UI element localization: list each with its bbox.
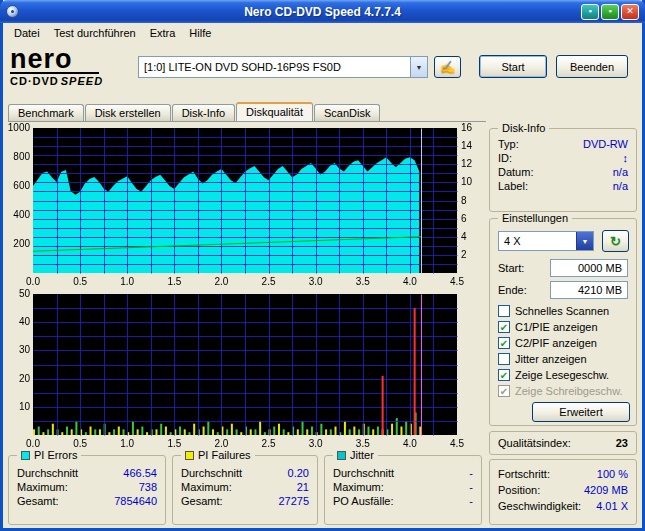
ende-row: Ende: xyxy=(490,281,636,299)
tab-divider xyxy=(8,121,486,122)
refresh-icon: ↻ xyxy=(610,234,621,249)
label-value: n/a xyxy=(613,180,628,192)
stat-value: - xyxy=(469,481,473,493)
checkbox-c2-pif-anzeigen[interactable]: ✔ C2/PIF anzeigen xyxy=(498,335,630,351)
start-button[interactable]: Start xyxy=(479,55,547,78)
checkbox-label: C1/PIE anzeigen xyxy=(515,321,598,333)
chevron-down-icon[interactable]: ▼ xyxy=(410,57,427,77)
drive-select-value: [1:0] LITE-ON DVD SOHD-16P9S FS0D xyxy=(139,61,410,73)
checkbox-label: Zeige Schreibgeschw. xyxy=(515,385,623,397)
checkbox-column: Schnelles Scannen ✔ C1/PIE anzeigen ✔ C2… xyxy=(498,303,630,399)
stat-value: 466.54 xyxy=(123,467,157,479)
ende-field-label: Ende: xyxy=(498,284,527,296)
checkbox-zeige-schreibgeschw: ✔ Zeige Schreibgeschw. xyxy=(498,383,630,399)
menu-hilfe[interactable]: Hilfe xyxy=(182,25,218,41)
tab-disk-erstellen[interactable]: Disk erstellen xyxy=(85,104,171,121)
geschwindigkeit-value: 4.01 X xyxy=(596,500,628,512)
tab-scandisk[interactable]: ScanDisk xyxy=(314,104,380,121)
stat-value: 7854640 xyxy=(114,495,157,507)
checkbox-label: Schnelles Scannen xyxy=(515,305,609,317)
pi-errors-title: PI Errors xyxy=(34,449,77,461)
checkbox-box[interactable]: ✔ xyxy=(498,321,510,333)
geschwindigkeit-row: Geschwindigkeit: 4.01 X xyxy=(490,498,636,514)
stat-label: Durchschnitt xyxy=(333,467,394,479)
tab-bar: Benchmark Disk erstellen Disk-Info Diskq… xyxy=(8,102,381,121)
checkbox-label: Zeige Lesegeschw. xyxy=(515,369,609,381)
id-label: ID: xyxy=(498,152,512,164)
stat-label: Durchschnitt xyxy=(181,467,242,479)
quality-index-box: Qualitätsindex: 23 xyxy=(489,431,637,455)
beenden-button[interactable]: Beenden xyxy=(556,55,628,78)
logo-speed: SPEED xyxy=(61,75,103,87)
pi-failures-chart xyxy=(5,289,481,451)
checkbox-box[interactable]: ✔ xyxy=(498,369,510,381)
pi-errors-color-chip xyxy=(21,451,30,460)
speed-select[interactable]: 4 X ▼ xyxy=(498,231,594,251)
id-value: ↕ xyxy=(623,152,629,164)
stat-value: 27275 xyxy=(278,495,309,507)
ende-field[interactable] xyxy=(550,281,628,299)
checkbox-box[interactable]: ✔ xyxy=(498,337,510,349)
drive-select[interactable]: [1:0] LITE-ON DVD SOHD-16P9S FS0D ▼ xyxy=(138,56,428,78)
window-title: Nero CD-DVD Speed 4.7.7.4 xyxy=(0,5,645,19)
tab-diskqualitaet[interactable]: Diskqualität xyxy=(236,102,313,122)
stat-label: Durchschnitt xyxy=(17,467,78,479)
progress-group: Fortschritt: 100 % Position: 4209 MB Ges… xyxy=(489,459,637,525)
start-row: Start: xyxy=(490,259,636,277)
tab-disk-info[interactable]: Disk-Info xyxy=(172,104,235,121)
jitter-legend: Jitter xyxy=(333,449,378,461)
datum-value: n/a xyxy=(613,166,628,178)
drive-action-button[interactable]: ✍ xyxy=(434,56,461,78)
speed-select-value: 4 X xyxy=(499,235,576,247)
window-button-1[interactable]: ▪ xyxy=(581,4,599,20)
titlebar[interactable]: Nero CD-DVD Speed 4.7.7.4 ▪ ▪ ✕ xyxy=(0,0,645,23)
stat-value: - xyxy=(469,495,473,507)
checkbox-zeige-lesegeschw[interactable]: ✔ Zeige Lesegeschw. xyxy=(498,367,630,383)
position-label: Position: xyxy=(498,484,540,496)
pi-failures-title: PI Failures xyxy=(198,449,251,461)
tab-benchmark[interactable]: Benchmark xyxy=(8,104,84,121)
stat-value: 738 xyxy=(139,481,157,493)
disk-info-row-id: ID: ↕ xyxy=(490,151,636,165)
stat-value: - xyxy=(469,467,473,479)
checkbox-schnelles-scannen[interactable]: Schnelles Scannen xyxy=(498,303,630,319)
hand-icon: ✍ xyxy=(439,60,455,75)
menu-extra[interactable]: Extra xyxy=(143,25,183,41)
checkbox-label: Jitter anzeigen xyxy=(515,353,587,365)
datum-label: Datum: xyxy=(498,166,533,178)
stat-value: 21 xyxy=(297,481,309,493)
pi-failures-color-chip xyxy=(185,451,194,460)
stat-label: Maximum: xyxy=(181,481,232,493)
disk-info-group: Disk-Info Typ: DVD-RW ID: ↕ Datum: n/a L… xyxy=(489,128,637,212)
pi-errors-legend: PI Errors xyxy=(17,449,81,461)
app-disc-icon xyxy=(6,5,19,18)
typ-label: Typ: xyxy=(498,138,519,150)
checkbox-box: ✔ xyxy=(498,385,510,397)
logo-product: CD·DVDSPEED xyxy=(10,75,135,87)
start-field[interactable] xyxy=(550,259,628,277)
close-button[interactable]: ✕ xyxy=(621,4,639,20)
nero-logo: nero CD·DVDSPEED xyxy=(10,46,135,87)
jitter-color-chip xyxy=(337,451,346,460)
menu-test-durchfuehren[interactable]: Test durchführen xyxy=(47,25,143,41)
chevron-down-icon[interactable]: ▼ xyxy=(576,232,593,250)
checkbox-box[interactable] xyxy=(498,353,510,365)
refresh-button[interactable]: ↻ xyxy=(602,230,629,252)
checkbox-box[interactable] xyxy=(498,305,510,317)
checkbox-c1-pie-anzeigen[interactable]: ✔ C1/PIE anzeigen xyxy=(498,319,630,335)
start-field-label: Start: xyxy=(498,262,524,274)
disk-info-row-datum: Datum: n/a xyxy=(490,165,636,179)
quality-index-value: 23 xyxy=(616,437,628,449)
app-window: Nero CD-DVD Speed 4.7.7.4 ▪ ▪ ✕ Datei Te… xyxy=(0,0,645,531)
window-button-2[interactable]: ▪ xyxy=(601,4,619,20)
position-value: 4209 MB xyxy=(584,484,628,496)
titlebar-buttons: ▪ ▪ ✕ xyxy=(581,4,639,20)
checkbox-jitter-anzeigen[interactable]: Jitter anzeigen xyxy=(498,351,630,367)
label-label: Label: xyxy=(498,180,528,192)
erweitert-button[interactable]: Erweitert xyxy=(532,402,630,422)
pi-errors-chart xyxy=(5,123,481,289)
stat-label: PO Ausfälle: xyxy=(333,495,394,507)
pi-failures-stats: PI Failures Durchschnitt0.20 Maximum:21 … xyxy=(172,455,318,525)
menu-datei[interactable]: Datei xyxy=(7,25,47,41)
position-row: Position: 4209 MB xyxy=(490,482,636,498)
